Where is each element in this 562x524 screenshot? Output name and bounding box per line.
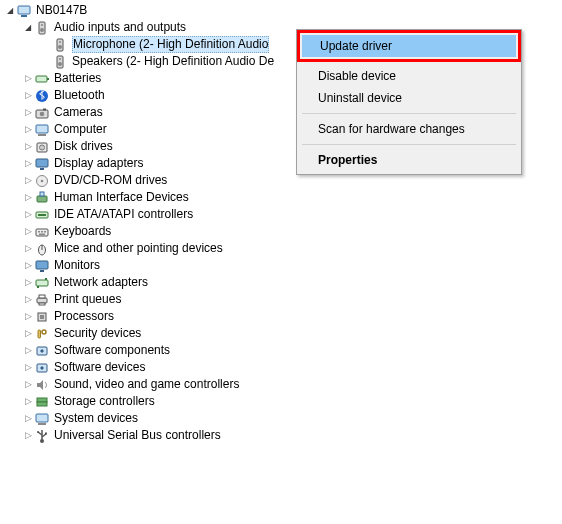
category-label: Display adapters bbox=[54, 155, 143, 172]
expander-icon[interactable] bbox=[22, 342, 34, 359]
expander-icon[interactable] bbox=[22, 19, 34, 36]
expander-icon[interactable] bbox=[22, 376, 34, 393]
category-label: Storage controllers bbox=[54, 393, 155, 410]
callout-highlight: Update driver bbox=[297, 30, 521, 62]
expander-icon[interactable] bbox=[22, 257, 34, 274]
expander-icon[interactable] bbox=[22, 121, 34, 138]
display-icon bbox=[34, 156, 50, 172]
expander-icon[interactable] bbox=[22, 274, 34, 291]
expander-icon[interactable] bbox=[22, 189, 34, 206]
category-label: Mice and other pointing devices bbox=[54, 240, 223, 257]
expander-icon[interactable] bbox=[22, 138, 34, 155]
category-label: Universal Serial Bus controllers bbox=[54, 427, 221, 444]
category-label: IDE ATA/ATAPI controllers bbox=[54, 206, 193, 223]
monitor-icon bbox=[34, 258, 50, 274]
security-icon bbox=[34, 326, 50, 342]
disk-icon bbox=[34, 139, 50, 155]
tree-root[interactable]: NB0147B bbox=[4, 2, 562, 19]
computer-icon bbox=[34, 122, 50, 138]
expander-icon[interactable] bbox=[22, 70, 34, 87]
software-icon bbox=[34, 360, 50, 376]
computer-icon bbox=[16, 3, 32, 19]
category-label: Monitors bbox=[54, 257, 100, 274]
cpu-icon bbox=[34, 309, 50, 325]
expander-icon[interactable] bbox=[4, 2, 16, 19]
keyboard-icon bbox=[34, 224, 50, 240]
printer-icon bbox=[34, 292, 50, 308]
category-label: Human Interface Devices bbox=[54, 189, 189, 206]
category-item[interactable]: Monitors bbox=[22, 257, 562, 274]
category-item[interactable]: Universal Serial Bus controllers bbox=[22, 427, 562, 444]
system-icon bbox=[34, 411, 50, 427]
network-icon bbox=[34, 275, 50, 291]
storage-icon bbox=[34, 394, 50, 410]
category-label: Computer bbox=[54, 121, 107, 138]
category-label: System devices bbox=[54, 410, 138, 427]
camera-icon bbox=[34, 105, 50, 121]
menu-properties[interactable]: Properties bbox=[300, 149, 518, 171]
bluetooth-icon bbox=[34, 88, 50, 104]
category-label: Network adapters bbox=[54, 274, 148, 291]
usb-icon bbox=[34, 428, 50, 444]
expander-icon[interactable] bbox=[22, 87, 34, 104]
ide-icon bbox=[34, 207, 50, 223]
expander-icon[interactable] bbox=[22, 393, 34, 410]
category-label: Audio inputs and outputs bbox=[54, 19, 186, 36]
menu-scan-hardware[interactable]: Scan for hardware changes bbox=[300, 118, 518, 140]
expander-icon[interactable] bbox=[22, 308, 34, 325]
category-label: Bluetooth bbox=[54, 87, 105, 104]
category-label: DVD/CD-ROM drives bbox=[54, 172, 167, 189]
category-item[interactable]: IDE ATA/ATAPI controllers bbox=[22, 206, 562, 223]
category-item[interactable]: Processors bbox=[22, 308, 562, 325]
expander-icon[interactable] bbox=[22, 325, 34, 342]
battery-icon bbox=[34, 71, 50, 87]
menu-separator bbox=[302, 144, 516, 145]
sound-icon bbox=[34, 377, 50, 393]
category-item[interactable]: Human Interface Devices bbox=[22, 189, 562, 206]
category-item[interactable]: Storage controllers bbox=[22, 393, 562, 410]
category-item[interactable]: Network adapters bbox=[22, 274, 562, 291]
expander-icon[interactable] bbox=[22, 172, 34, 189]
mouse-icon bbox=[34, 241, 50, 257]
menu-separator bbox=[302, 113, 516, 114]
menu-uninstall-device[interactable]: Uninstall device bbox=[300, 87, 518, 109]
category-item[interactable]: Sound, video and game controllers bbox=[22, 376, 562, 393]
category-label: Keyboards bbox=[54, 223, 111, 240]
speaker-icon bbox=[52, 54, 68, 70]
category-item[interactable]: Mice and other pointing devices bbox=[22, 240, 562, 257]
speaker-icon bbox=[34, 20, 50, 36]
category-label: Software components bbox=[54, 342, 170, 359]
expander-icon[interactable] bbox=[22, 291, 34, 308]
category-item[interactable]: Software components bbox=[22, 342, 562, 359]
expander-icon[interactable] bbox=[22, 223, 34, 240]
software-icon bbox=[34, 343, 50, 359]
category-label: Print queues bbox=[54, 291, 121, 308]
expander-icon[interactable] bbox=[22, 206, 34, 223]
category-label: Security devices bbox=[54, 325, 141, 342]
context-menu: Update driver Disable device Uninstall d… bbox=[296, 29, 522, 175]
category-label: Software devices bbox=[54, 359, 145, 376]
category-item[interactable]: Print queues bbox=[22, 291, 562, 308]
expander-icon[interactable] bbox=[22, 240, 34, 257]
device-label: Speakers (2- High Definition Audio De bbox=[72, 53, 274, 70]
dvd-icon bbox=[34, 173, 50, 189]
expander-icon[interactable] bbox=[22, 410, 34, 427]
menu-disable-device[interactable]: Disable device bbox=[300, 65, 518, 87]
expander-icon[interactable] bbox=[22, 427, 34, 444]
category-label: Disk drives bbox=[54, 138, 113, 155]
menu-update-driver[interactable]: Update driver bbox=[302, 35, 516, 57]
category-label: Cameras bbox=[54, 104, 103, 121]
category-label: Processors bbox=[54, 308, 114, 325]
category-item[interactable]: Software devices bbox=[22, 359, 562, 376]
category-item[interactable]: Security devices bbox=[22, 325, 562, 342]
expander-icon[interactable] bbox=[22, 359, 34, 376]
expander-icon[interactable] bbox=[22, 104, 34, 121]
expander-icon[interactable] bbox=[22, 155, 34, 172]
category-item[interactable]: Keyboards bbox=[22, 223, 562, 240]
speaker-icon bbox=[52, 37, 68, 53]
hid-icon bbox=[34, 190, 50, 206]
category-label: Sound, video and game controllers bbox=[54, 376, 239, 393]
device-label: Microphone (2- High Definition Audio bbox=[72, 36, 269, 53]
category-item[interactable]: System devices bbox=[22, 410, 562, 427]
category-label: Batteries bbox=[54, 70, 101, 87]
